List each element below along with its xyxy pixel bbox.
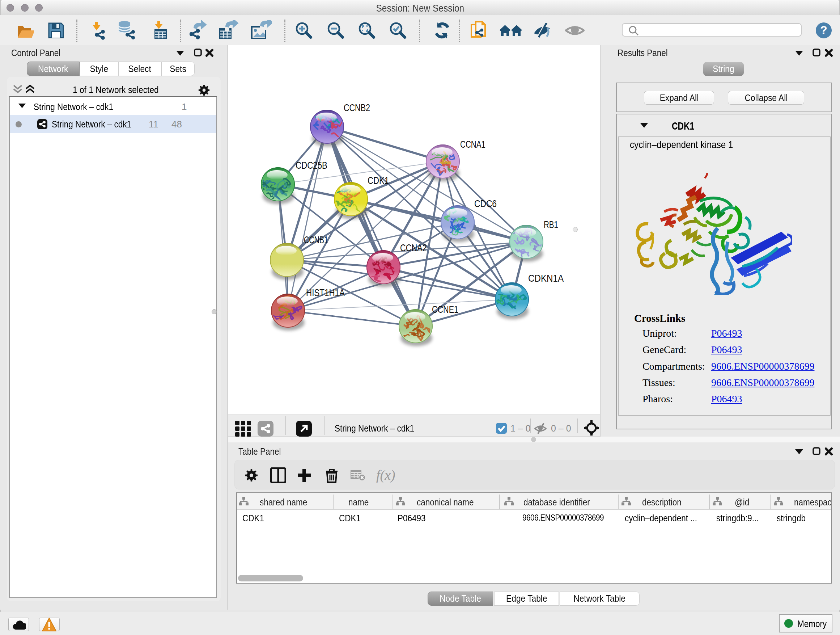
svg-text:CCNE1: CCNE1 bbox=[432, 304, 458, 315]
svg-text:CDC25B: CDC25B bbox=[295, 160, 327, 171]
svg-text:HIST1H1A: HIST1H1A bbox=[306, 287, 345, 298]
svg-text:CCNB2: CCNB2 bbox=[344, 102, 370, 113]
svg-text:CCNA1: CCNA1 bbox=[460, 139, 485, 150]
svg-text:?: ? bbox=[820, 24, 827, 36]
svg-text:CDC6: CDC6 bbox=[474, 198, 497, 209]
svg-text:CDK1: CDK1 bbox=[368, 175, 389, 186]
svg-text:CCNA2: CCNA2 bbox=[400, 242, 427, 253]
svg-text:RB1: RB1 bbox=[544, 219, 558, 230]
svg-text:CCNB1: CCNB1 bbox=[304, 234, 328, 245]
svg-text:CDKN1A: CDKN1A bbox=[528, 272, 564, 284]
